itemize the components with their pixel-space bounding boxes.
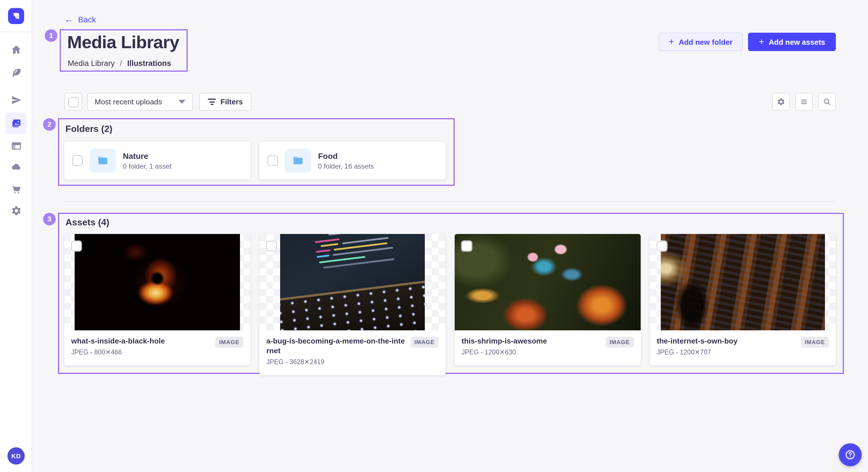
select-all-checkbox-button[interactable] <box>64 93 82 111</box>
home-icon <box>11 44 22 55</box>
add-new-folder-button[interactable]: + Add new folder <box>658 33 743 51</box>
settings-icon <box>777 98 785 106</box>
sidebar-item-home[interactable] <box>5 38 27 60</box>
asset-checkbox[interactable] <box>267 241 277 251</box>
asset-type-badge: IMAGE <box>410 337 439 347</box>
cart-icon <box>11 184 22 195</box>
asset-meta: JPEG - 3628✕2419 <box>267 358 406 366</box>
asset-thumbnail <box>64 234 250 330</box>
folders-heading: Folders (2) <box>65 124 113 134</box>
asset-checkbox[interactable] <box>71 241 82 251</box>
folder-icon <box>96 154 109 167</box>
folder-name: Nature <box>123 151 242 160</box>
laptop-code-photo <box>280 234 425 330</box>
select-all-checkbox[interactable] <box>68 97 79 107</box>
plus-icon: + <box>758 37 764 46</box>
assets-heading: Assets (4) <box>65 217 110 228</box>
asset-card-bug-meme[interactable]: a-bug-is-becoming-a-meme-on-the-internet… <box>259 234 445 375</box>
search-icon <box>823 98 831 106</box>
folder-meta: 0 folder, 1 asset <box>123 162 242 170</box>
asset-type-badge: IMAGE <box>606 337 634 347</box>
question-mark-icon <box>844 449 856 461</box>
feather-icon <box>11 67 22 78</box>
cloud-icon <box>11 161 22 172</box>
user-avatar[interactable]: KD <box>7 447 25 465</box>
folder-checkbox[interactable] <box>268 156 278 166</box>
back-arrow-icon: ← <box>64 15 73 24</box>
asset-thumbnail <box>259 234 445 330</box>
breadcrumb: Media Library / Illustrations <box>68 59 171 68</box>
folder-card-nature[interactable]: Nature 0 folder, 1 asset <box>64 142 250 179</box>
media-library-icon <box>11 118 22 129</box>
annotation-badge-1: 1 <box>45 29 57 42</box>
asset-title: the-internet-s-own-boy <box>657 336 796 346</box>
mantis-shrimp-photo <box>455 234 641 330</box>
sidebar-item-content-type-builder[interactable] <box>5 135 27 157</box>
sidebar-item-marketplace[interactable] <box>5 178 27 200</box>
view-settings-button[interactable] <box>772 93 790 111</box>
annotation-box-1: 1 Media Library Media Library / Illustra… <box>60 29 188 72</box>
logo-container <box>0 0 32 32</box>
app-root: KD ← Back 1 Media Library Media Library … <box>0 0 868 472</box>
annotation-badge-3: 3 <box>43 213 56 225</box>
annotation-badge-2: 2 <box>43 118 56 131</box>
breadcrumb-current: Illustrations <box>127 59 171 68</box>
folder-name: Food <box>318 151 437 160</box>
asset-type-badge: IMAGE <box>215 337 243 347</box>
asset-title: this-shrimp-is-awesome <box>462 336 601 346</box>
gear-icon <box>11 205 22 216</box>
help-button[interactable] <box>839 443 862 466</box>
folder-checkbox[interactable] <box>72 156 83 166</box>
asset-checkbox[interactable] <box>462 241 472 251</box>
asset-card-shrimp[interactable]: this-shrimp-is-awesome JPEG - 1200✕630 I… <box>455 234 641 365</box>
chevron-down-icon <box>179 100 185 104</box>
breadcrumb-root[interactable]: Media Library <box>68 59 115 68</box>
sidebar-item-media-library[interactable] <box>5 112 27 134</box>
add-new-folder-label: Add new folder <box>679 38 733 46</box>
library-photo <box>661 234 825 330</box>
asset-card-internets-own-boy[interactable]: the-internet-s-own-boy JPEG - 1200✕707 I… <box>650 234 836 365</box>
paper-plane-icon <box>11 94 22 105</box>
folder-icon-tile <box>285 148 311 173</box>
black-hole-photo <box>74 234 240 330</box>
filters-button[interactable]: Filters <box>199 93 251 111</box>
sort-select[interactable]: Most recent uploads <box>87 93 193 111</box>
asset-thumbnail <box>455 234 641 330</box>
asset-type-badge: IMAGE <box>801 337 829 347</box>
search-button[interactable] <box>818 93 836 111</box>
filters-label: Filters <box>220 98 243 106</box>
asset-thumbnail <box>650 234 836 330</box>
sidebar: KD <box>0 0 32 472</box>
list-view-button[interactable] <box>795 93 813 111</box>
strapi-logo[interactable] <box>8 8 24 24</box>
sidebar-item-content-manager[interactable] <box>5 62 27 84</box>
folder-meta: 0 folder, 16 assets <box>318 162 437 170</box>
folder-icon <box>291 154 304 167</box>
back-label: Back <box>78 15 96 24</box>
asset-title: what-s-inside-a-black-hole <box>71 336 210 346</box>
asset-title: a-bug-is-becoming-a-meme-on-the-internet <box>267 336 406 356</box>
asset-meta: JPEG - 800✕466 <box>71 348 210 356</box>
back-button[interactable]: ← Back <box>64 15 96 24</box>
plus-icon: + <box>669 37 674 46</box>
asset-checkbox[interactable] <box>657 241 667 251</box>
add-new-assets-label: Add new assets <box>769 38 825 46</box>
sort-select-value: Most recent uploads <box>95 98 162 106</box>
add-new-assets-button[interactable]: + Add new assets <box>748 33 836 51</box>
sidebar-item-settings[interactable] <box>5 200 27 222</box>
sidebar-item-deploy[interactable] <box>5 156 27 177</box>
section-divider <box>64 201 836 202</box>
folder-card-food[interactable]: Food 0 folder, 16 assets <box>259 142 445 179</box>
filter-icon <box>208 99 216 105</box>
breadcrumb-separator: / <box>120 59 122 68</box>
asset-meta: JPEG - 1200✕630 <box>462 348 601 356</box>
list-view-icon <box>800 98 808 106</box>
sidebar-item-releases[interactable] <box>5 89 27 111</box>
asset-card-black-hole[interactable]: what-s-inside-a-black-hole JPEG - 800✕46… <box>64 234 250 365</box>
asset-meta: JPEG - 1200✕707 <box>657 348 796 356</box>
folder-icon-tile <box>90 148 116 173</box>
page-title: Media Library <box>67 32 179 53</box>
layout-icon <box>11 140 22 151</box>
strapi-logo-glyph <box>11 11 20 20</box>
